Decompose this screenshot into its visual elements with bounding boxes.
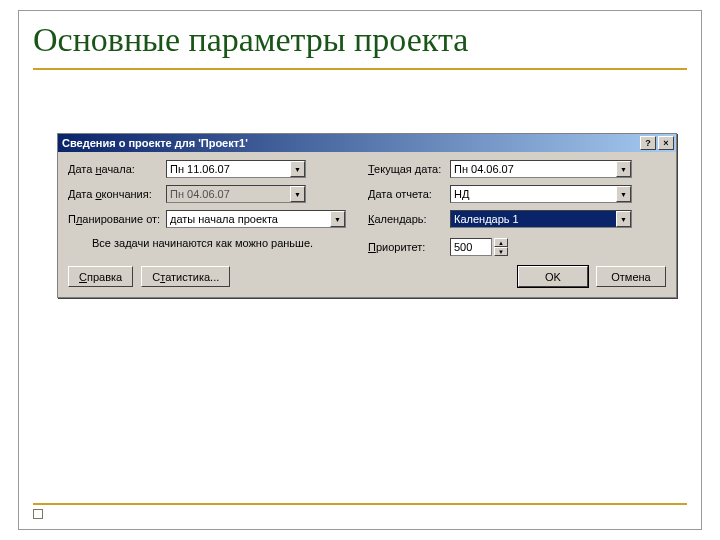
end-date-field: ▼ bbox=[166, 185, 306, 203]
corner-decoration bbox=[33, 509, 43, 519]
bottom-divider bbox=[33, 503, 687, 505]
chevron-down-icon[interactable]: ▼ bbox=[290, 161, 305, 177]
ok-button[interactable]: OK bbox=[518, 266, 588, 287]
project-info-dialog: Сведения о проекте для 'Проект1' ? × Дат… bbox=[57, 133, 677, 298]
report-date-field[interactable]: ▼ bbox=[450, 185, 632, 203]
slide-title: Основные параметры проекта bbox=[19, 11, 701, 62]
label-calendar: Календарь: bbox=[368, 213, 450, 225]
chevron-down-icon: ▼ bbox=[290, 186, 305, 202]
start-date-field[interactable]: ▼ bbox=[166, 160, 306, 178]
help-icon[interactable]: ? bbox=[640, 136, 656, 150]
dialog-button-row: Справка Статистика... OK Отмена bbox=[68, 266, 666, 287]
label-priority: Приоритет: bbox=[368, 241, 450, 253]
stats-button[interactable]: Статистика... bbox=[141, 266, 230, 287]
current-date-field[interactable]: ▼ bbox=[450, 160, 632, 178]
start-date-input[interactable] bbox=[167, 161, 290, 177]
label-start-date: Дата начала: bbox=[68, 163, 166, 175]
current-date-input[interactable] bbox=[451, 161, 616, 177]
report-date-input[interactable] bbox=[451, 186, 616, 202]
dialog-titlebar[interactable]: Сведения о проекте для 'Проект1' ? × bbox=[58, 134, 676, 152]
chevron-down-icon[interactable]: ▼ bbox=[330, 211, 345, 227]
help-button[interactable]: Справка bbox=[68, 266, 133, 287]
label-report-date: Дата отчета: bbox=[368, 188, 450, 200]
calendar-field[interactable]: ▼ bbox=[450, 210, 632, 228]
title-divider bbox=[33, 68, 687, 70]
titlebar-button-group: ? × bbox=[640, 136, 674, 150]
chevron-down-icon[interactable]: ▼ bbox=[616, 211, 631, 227]
plan-from-field[interactable]: ▼ bbox=[166, 210, 346, 228]
dialog-body: Дата начала: ▼ Текущая дата: ▼ Дата bbox=[58, 152, 676, 297]
plan-from-input[interactable] bbox=[167, 211, 330, 227]
label-current-date: Текущая дата: bbox=[368, 163, 450, 175]
slide-frame: Основные параметры проекта Сведения о пр… bbox=[18, 10, 702, 530]
priority-stepper[interactable]: ▲ ▼ bbox=[450, 238, 508, 256]
dialog-title: Сведения о проекте для 'Проект1' bbox=[62, 137, 248, 149]
chevron-down-icon[interactable]: ▼ bbox=[616, 161, 631, 177]
calendar-input[interactable] bbox=[451, 211, 616, 227]
chevron-down-icon[interactable]: ▼ bbox=[494, 247, 508, 256]
label-end-date: Дата окончания: bbox=[68, 188, 166, 200]
chevron-down-icon[interactable]: ▼ bbox=[616, 186, 631, 202]
close-icon[interactable]: × bbox=[658, 136, 674, 150]
chevron-up-icon[interactable]: ▲ bbox=[494, 238, 508, 247]
cancel-button[interactable]: Отмена bbox=[596, 266, 666, 287]
end-date-input bbox=[167, 186, 290, 202]
priority-input[interactable] bbox=[450, 238, 492, 256]
label-plan-from: Планирование от: bbox=[68, 213, 166, 225]
planning-hint: Все задачи начинаются как можно раньше. bbox=[68, 235, 313, 259]
